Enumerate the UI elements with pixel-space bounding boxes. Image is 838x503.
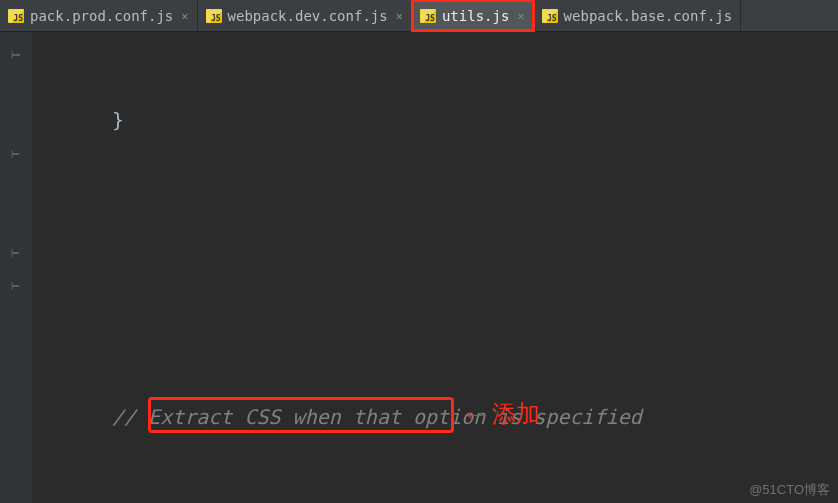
js-icon: JS	[8, 9, 24, 23]
svg-rect-2	[12, 153, 19, 155]
tab-label: webpack.dev.conf.js	[228, 8, 388, 24]
code-area[interactable]: } // Extract CSS when that option is spe…	[32, 32, 838, 503]
editor-area: } // Extract CSS when that option is spe…	[0, 32, 838, 503]
tab-webpack-prod[interactable]: JS pack.prod.conf.js ✕	[0, 0, 198, 31]
annotation-label: 添加	[492, 398, 540, 430]
tab-utils[interactable]: JS utils.js ✕	[412, 0, 534, 31]
tab-webpack-base[interactable]: JS webpack.base.conf.js	[534, 0, 742, 31]
js-icon: JS	[542, 9, 558, 23]
fold-start-icon[interactable]	[0, 236, 32, 269]
svg-rect-4	[12, 285, 19, 287]
tab-label: utils.js	[442, 8, 509, 24]
annotation-arrow: ← 添加	[462, 398, 540, 430]
tab-bar: JS pack.prod.conf.js ✕ JS webpack.dev.co…	[0, 0, 838, 32]
fold-start-icon[interactable]	[0, 269, 32, 302]
tab-label: webpack.base.conf.js	[564, 8, 733, 24]
watermark: @51CTO博客	[749, 481, 830, 499]
fold-end-icon[interactable]	[0, 38, 32, 71]
close-icon[interactable]: ✕	[181, 9, 188, 23]
close-icon[interactable]: ✕	[517, 9, 524, 23]
code-text: }	[112, 104, 124, 137]
fold-start-icon[interactable]	[0, 137, 32, 170]
tab-webpack-dev[interactable]: JS webpack.dev.conf.js ✕	[198, 0, 412, 31]
js-icon: JS	[420, 9, 436, 23]
js-icon: JS	[206, 9, 222, 23]
tab-label: pack.prod.conf.js	[30, 8, 173, 24]
close-icon[interactable]: ✕	[396, 9, 403, 23]
arrow-left-icon: ←	[462, 399, 486, 430]
gutter	[0, 32, 32, 503]
code-comment: // Extract CSS when that option is speci…	[112, 401, 642, 434]
svg-rect-3	[12, 252, 19, 254]
